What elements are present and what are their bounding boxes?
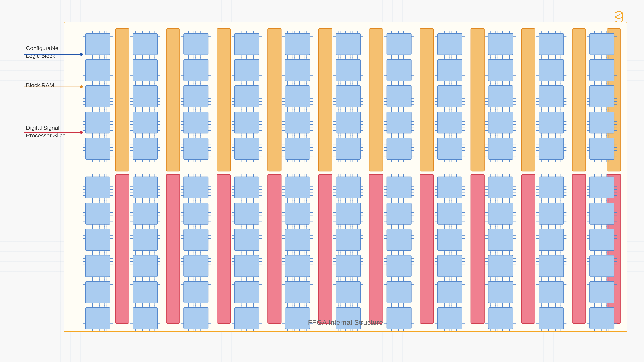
clb-r3c7 — [384, 83, 414, 110]
clb-r7c8 — [434, 200, 465, 227]
clb-r6c1 — [82, 174, 113, 201]
clb-r6c4 — [232, 174, 262, 201]
svg-point-40 — [80, 85, 83, 88]
clb-r3c3 — [181, 83, 211, 110]
clb-r10c4 — [232, 279, 262, 306]
clb-r7c9 — [485, 200, 516, 227]
dsp-col-1 — [116, 174, 129, 324]
clb-r6c7 — [384, 174, 414, 201]
clb-r5c5 — [282, 135, 313, 162]
clb-r7c11 — [587, 200, 617, 227]
bram-col-5 — [318, 29, 332, 171]
clb-r8c4 — [232, 226, 262, 253]
clb-r11c11 — [587, 305, 617, 331]
clb-r4c9 — [485, 109, 516, 136]
clb-r7c6 — [333, 200, 364, 227]
bram-col-7 — [420, 29, 433, 171]
clb-r4c6 — [333, 109, 364, 136]
clb-r10c6 — [333, 279, 364, 306]
clb-r6c9 — [485, 174, 516, 201]
clb-r2c4 — [232, 57, 262, 84]
clb-r10c2 — [130, 279, 160, 306]
clb-r3c4 — [232, 83, 262, 110]
bram-col-8 — [471, 29, 484, 171]
clb-r9c4 — [232, 252, 262, 280]
clb-r2c1 — [82, 57, 113, 84]
clb-r10c3 — [181, 279, 211, 306]
clb-r1c3 — [181, 30, 211, 58]
clb-r4c2 — [130, 109, 160, 136]
clb-r10c1 — [82, 279, 113, 306]
clb-r6c5 — [282, 174, 313, 201]
clb-r11c2 — [130, 305, 160, 331]
clb-r7c7 — [384, 200, 414, 227]
dsp-col-6 — [369, 174, 383, 324]
clb-r8c8 — [434, 226, 465, 253]
clb-r7c5 — [282, 200, 313, 227]
arrow-clb — [24, 52, 88, 57]
clb-r6c11 — [587, 174, 617, 201]
clb-r5c2 — [130, 135, 160, 162]
clb-r9c5 — [282, 252, 313, 280]
clb-r9c11 — [587, 252, 617, 280]
clb-r9c6 — [333, 252, 364, 280]
clb-r5c4 — [232, 135, 262, 162]
clb-r9c10 — [536, 252, 566, 280]
bram-col-9 — [522, 29, 535, 171]
clb-r3c9 — [485, 83, 516, 110]
clb-r5c9 — [485, 135, 516, 162]
dsp-col-7 — [420, 174, 433, 324]
clb-r9c1 — [82, 252, 113, 280]
clb-r2c3 — [181, 57, 211, 84]
clb-r2c10 — [536, 57, 566, 84]
clb-r2c7 — [384, 57, 414, 84]
bram-col-4 — [268, 29, 281, 171]
clb-r8c3 — [181, 226, 211, 253]
dsp-col-5 — [318, 174, 332, 324]
clb-r3c2 — [130, 83, 160, 110]
clb-r8c5 — [282, 226, 313, 253]
clb-r10c11 — [587, 279, 617, 306]
clb-r5c6 — [333, 135, 364, 162]
clb-r7c4 — [232, 200, 262, 227]
clb-r3c6 — [333, 83, 364, 110]
dsp-col-4 — [268, 174, 281, 324]
clb-r2c5 — [282, 57, 313, 84]
dsp-col-9 — [522, 174, 535, 324]
dsp-col-8 — [471, 174, 484, 324]
clb-r2c6 — [333, 57, 364, 84]
clb-r4c3 — [181, 109, 211, 136]
clb-r11c7 — [384, 305, 414, 331]
svg-point-38 — [80, 53, 83, 56]
clb-r3c10 — [536, 83, 566, 110]
clb-r11c8 — [434, 305, 465, 331]
clb-r11c4 — [232, 305, 262, 331]
bram-col-10 — [572, 29, 586, 171]
bram-col-6 — [369, 29, 383, 171]
bram-col-3 — [217, 29, 230, 171]
clb-r3c5 — [282, 83, 313, 110]
clb-r6c8 — [434, 174, 465, 201]
dsp-col-2 — [166, 174, 180, 324]
clb-r6c3 — [181, 174, 211, 201]
clb-r11c5 — [282, 305, 313, 331]
clb-r3c11 — [587, 83, 617, 110]
dsp-col-3 — [217, 174, 230, 324]
clb-r10c7 — [384, 279, 414, 306]
clb-r1c8 — [434, 30, 465, 58]
clb-r7c1 — [82, 200, 113, 227]
bram-col-2 — [166, 29, 180, 171]
clb-r1c6 — [333, 30, 364, 58]
clb-r1c11 — [587, 30, 617, 58]
arrow-bram — [24, 84, 88, 89]
svg-point-42 — [80, 131, 83, 134]
bram-col-1 — [116, 29, 129, 171]
clb-r11c1 — [82, 305, 113, 331]
clb-r11c6 — [333, 305, 364, 331]
clb-r11c10 — [536, 305, 566, 331]
diagram-container: FPGA Internal Structure — [64, 22, 627, 332]
clb-r8c6 — [333, 226, 364, 253]
fpga-diagram — [64, 22, 627, 331]
clb-r4c4 — [232, 109, 262, 136]
clb-r1c2 — [130, 30, 160, 58]
